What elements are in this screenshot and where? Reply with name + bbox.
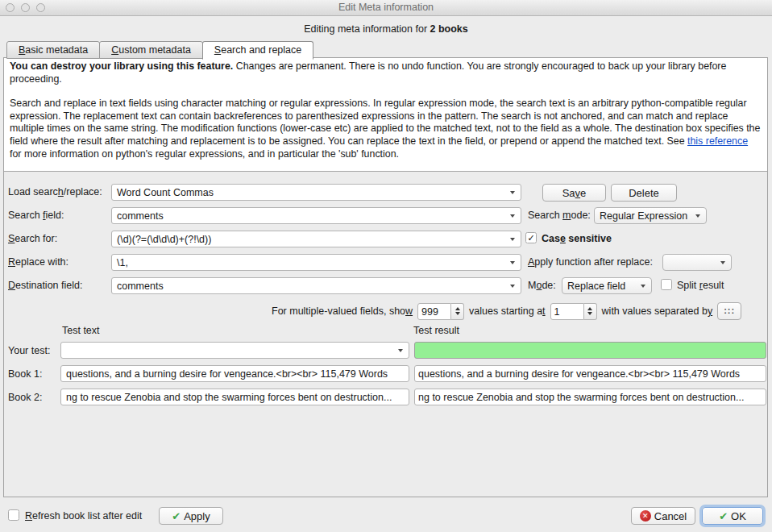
book1-test-result: questions, and a burning desire for veng… <box>414 365 766 382</box>
save-button[interactable]: Save <box>542 184 606 202</box>
dropdown-arrow-icon <box>720 261 725 264</box>
intro-text: You can destroy your library using this … <box>4 58 767 172</box>
cancel-button[interactable]: ✕Cancel <box>631 507 695 525</box>
spin-down-icon <box>587 312 592 315</box>
test-text-header: Test text <box>62 325 100 336</box>
refresh-book-list-label: Refresh book list after edit <box>25 510 142 522</box>
test-result-header: Test result <box>413 325 459 336</box>
starting-at-spinner[interactable]: 1 <box>550 303 597 320</box>
tab-custom-metadata[interactable]: Custom metadata <box>99 41 203 59</box>
dropdown-arrow-icon <box>510 285 515 288</box>
spinner-arrows-icon[interactable] <box>584 303 597 320</box>
starting-at-label: values starting at <box>469 305 546 317</box>
separated-by-label: with values separated by <box>602 305 713 317</box>
check-icon: ✔ <box>172 510 181 522</box>
spinner-arrows-icon[interactable] <box>451 303 464 320</box>
search-for-label: Search for: <box>8 233 57 244</box>
minimize-window-button[interactable] <box>21 3 30 12</box>
dropdown-arrow-icon <box>695 214 700 218</box>
search-mode-combo[interactable]: Regular Expression <box>594 207 707 224</box>
tab-bar: Basic metadata Custom metadata Search an… <box>6 41 313 60</box>
book1-test-input[interactable]: questions, and a burning desire for veng… <box>60 365 409 382</box>
book2-label: Book 2: <box>8 392 42 403</box>
dropdown-arrow-icon <box>510 261 515 264</box>
search-field-label: Search field: <box>8 210 64 221</box>
search-for-combo[interactable]: (\d)(?=(\d\d\d)+(?!\d)) <box>111 231 521 247</box>
book2-test-input[interactable]: ng to rescue Zenobia and stop the swarmi… <box>60 389 409 405</box>
refresh-book-list-checkbox[interactable] <box>8 509 19 521</box>
your-test-input[interactable] <box>60 342 409 359</box>
ok-button[interactable]: ✔OK <box>702 507 763 525</box>
search-field-combo[interactable]: comments <box>111 207 521 224</box>
your-test-label: Your test: <box>8 345 50 356</box>
zoom-window-button[interactable] <box>36 3 45 12</box>
help-paragraph: Search and replace in text fields using … <box>10 98 762 160</box>
multi-value-row: For multiple-valued fields, show 999 val… <box>272 302 741 320</box>
apply-button[interactable]: ✔Apply <box>159 507 223 525</box>
spin-up-icon <box>455 307 460 310</box>
spin-up-icon <box>587 307 592 310</box>
cancel-icon: ✕ <box>640 510 651 522</box>
load-search-replace-label: Load search/replace: <box>8 186 102 197</box>
show-values-label: For multiple-valued fields, show <box>272 305 413 317</box>
spin-down-icon <box>455 312 460 315</box>
split-result-checkbox[interactable] <box>661 279 672 290</box>
tab-search-and-replace[interactable]: Search and replace <box>202 41 313 60</box>
reference-link[interactable]: this reference <box>687 135 748 147</box>
dialog-header-text: Editing meta information for <box>304 23 430 35</box>
checkbox-check-icon: ✓ <box>527 233 534 243</box>
dropdown-arrow-icon <box>510 191 515 194</box>
dropdown-arrow-icon <box>641 285 645 288</box>
dropdown-arrow-icon <box>398 349 403 352</box>
mode-combo[interactable]: Replace field <box>562 277 652 294</box>
load-search-replace-combo[interactable]: Word Count Commas <box>111 184 521 201</box>
dialog-header: Editing meta information for 2 books <box>0 23 772 35</box>
delete-button[interactable]: Delete <box>611 184 677 202</box>
show-values-spinner[interactable]: 999 <box>417 303 464 320</box>
mode-label: Mode: <box>528 280 556 291</box>
apply-function-label: Apply function after replace: <box>528 256 653 268</box>
close-window-button[interactable] <box>6 3 15 12</box>
tab-basic-metadata[interactable]: Basic metadata <box>6 41 100 59</box>
book2-test-result: ng to rescue Zenobia and stop the swarmi… <box>414 389 766 405</box>
window-controls <box>6 3 45 12</box>
dialog-header-bold: 2 books <box>430 23 468 35</box>
split-result-label: Split result <box>677 280 724 291</box>
search-mode-label: Search mode: <box>528 210 591 221</box>
replace-with-combo[interactable]: \1, <box>111 254 521 271</box>
window-title: Edit Meta information <box>0 0 772 15</box>
destination-field-combo[interactable]: comments <box>111 277 521 294</box>
apply-function-combo[interactable] <box>662 254 732 271</box>
title-bar: Edit Meta information <box>0 0 772 16</box>
replace-with-label: Replace with: <box>8 256 68 268</box>
book1-label: Book 1: <box>8 368 42 380</box>
warning-paragraph: You can destroy your library using this … <box>10 60 762 85</box>
case-sensitive-checkbox[interactable]: ✓ <box>525 232 537 243</box>
dropdown-arrow-icon <box>510 214 515 218</box>
your-test-result <box>414 342 766 359</box>
destination-field-label: Destination field: <box>8 280 82 291</box>
case-sensitive-label: Case sensitive <box>542 233 612 244</box>
check-icon: ✔ <box>719 510 728 522</box>
separator-button[interactable]: ::: <box>717 302 741 320</box>
dropdown-arrow-icon <box>510 238 515 241</box>
